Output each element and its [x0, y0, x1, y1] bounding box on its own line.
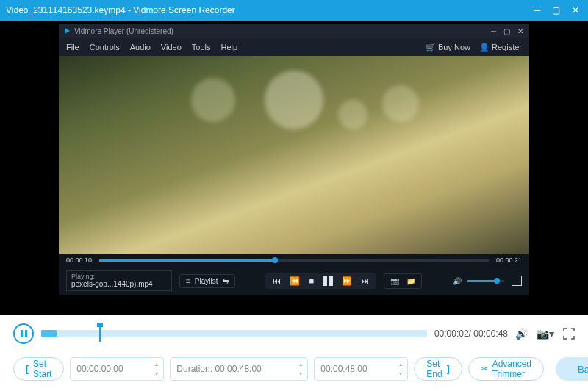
menu-file[interactable]: File — [66, 43, 79, 51]
forward-button[interactable]: ⏩ — [342, 276, 352, 286]
menu-video[interactable]: Video — [161, 43, 182, 51]
bracket-end-icon: ] — [447, 364, 450, 374]
speaker-icon[interactable]: 🔊 — [453, 277, 462, 285]
next-button[interactable]: ⏭ — [361, 276, 369, 285]
player-current-time: 00:00:10 — [66, 257, 92, 264]
menu-help[interactable]: Help — [220, 43, 237, 51]
buy-now-button[interactable]: 🛒 Buy Now — [426, 43, 470, 52]
capture-controls: 📷 📁 — [384, 273, 422, 289]
expand-icon[interactable] — [563, 328, 575, 340]
register-button[interactable]: 👤 Register — [479, 43, 522, 52]
playlist-label: Playlist — [195, 277, 218, 285]
menu-audio[interactable]: Audio — [130, 43, 151, 51]
play-logo-icon — [65, 28, 70, 34]
player-minimize-button[interactable]: ─ — [491, 27, 496, 35]
now-playing-file: pexels-gop...1440p).mp4 — [71, 280, 167, 289]
minimize-button[interactable]: ─ — [534, 5, 540, 15]
player-progress-bar[interactable]: 00:00:10 00:00:21 — [59, 254, 529, 266]
player-brand: Vidmore Player (Unregistered) — [74, 27, 173, 35]
video-canvas[interactable] — [59, 56, 529, 254]
volume-slider[interactable] — [467, 280, 504, 282]
end-time-down[interactable]: ▼ — [395, 369, 406, 379]
preview-area: Vidmore Player (Unregistered) ─ ▢ ✕ File… — [0, 21, 588, 315]
start-time-input[interactable]: 00:00:00.00 ▲▼ — [70, 357, 164, 381]
player-seek-track[interactable] — [99, 259, 489, 262]
maximize-button[interactable]: ▢ — [552, 5, 560, 15]
folder-icon[interactable]: 📁 — [406, 277, 415, 285]
playback-controls: ⏮ ⏪ ■ ⏩ ⏭ — [265, 273, 376, 289]
start-time-up[interactable]: ▲ — [151, 359, 162, 369]
now-playing-box: Playing: pexels-gop...1440p).mp4 — [66, 270, 172, 292]
advanced-trimmer-button[interactable]: ✂ Advanced Trimmer — [468, 357, 544, 381]
scissors-icon: ✂ — [481, 364, 488, 374]
end-time-input[interactable]: 00:00:48.00 ▲▼ — [314, 357, 408, 381]
playlist-toggle-icon: ⇆ — [223, 277, 229, 285]
set-end-button[interactable]: Set End ] — [414, 357, 462, 381]
seek-pause-button[interactable] — [13, 323, 34, 344]
seek-marker[interactable] — [99, 326, 101, 342]
window-title: Video_231114163523.keymp4 - Vidmore Scre… — [6, 5, 534, 15]
menu-controls[interactable]: Controls — [90, 43, 120, 51]
rewind-button[interactable]: ⏪ — [290, 276, 300, 286]
hamburger-icon: ≡ — [186, 277, 190, 285]
stop-button[interactable]: ■ — [309, 276, 314, 285]
camera-icon[interactable]: 📷 — [390, 277, 399, 285]
player-menubar: File Controls Audio Video Tools Help 🛒 B… — [59, 38, 529, 56]
player-titlebar: Vidmore Player (Unregistered) ─ ▢ ✕ — [59, 24, 529, 38]
duration-down[interactable]: ▼ — [295, 369, 306, 379]
seek-track[interactable] — [41, 330, 427, 337]
prev-button[interactable]: ⏮ — [273, 276, 281, 285]
bracket-start-icon: [ — [26, 364, 29, 374]
volume-control: 🔊 — [453, 277, 504, 285]
player-controls: Playing: pexels-gop...1440p).mp4 ≡ Playl… — [59, 266, 529, 295]
seek-time-label: 00:00:02/ 00:00:48 — [434, 329, 508, 339]
fullscreen-button[interactable] — [512, 276, 522, 286]
duration-up[interactable]: ▲ — [295, 359, 306, 369]
now-playing-label: Playing: — [71, 273, 167, 281]
back-button[interactable]: Back — [556, 357, 588, 381]
pause-button[interactable] — [323, 276, 333, 286]
trimmer-panel: 00:00:02/ 00:00:48 🔊 📷▾ [ Set Start 00:0… — [0, 315, 588, 391]
playlist-button[interactable]: ≡ Playlist ⇆ — [179, 274, 235, 288]
player-maximize-button[interactable]: ▢ — [503, 27, 510, 35]
app-titlebar: Video_231114163523.keymp4 - Vidmore Scre… — [0, 0, 588, 21]
set-start-button[interactable]: [ Set Start — [13, 357, 64, 381]
close-button[interactable]: ✕ — [572, 5, 579, 15]
player-close-button[interactable]: ✕ — [517, 27, 523, 35]
menu-tools[interactable]: Tools — [192, 43, 211, 51]
mute-icon[interactable]: 🔊 — [515, 328, 528, 340]
snapshot-icon[interactable]: 📷▾ — [537, 328, 554, 340]
end-time-up[interactable]: ▲ — [395, 359, 406, 369]
duration-input[interactable]: Duration: 00:00:48.00 ▲▼ — [170, 357, 308, 381]
player-total-time: 00:00:21 — [496, 257, 522, 264]
embedded-player: Vidmore Player (Unregistered) ─ ▢ ✕ File… — [59, 24, 529, 295]
start-time-down[interactable]: ▼ — [151, 369, 162, 379]
